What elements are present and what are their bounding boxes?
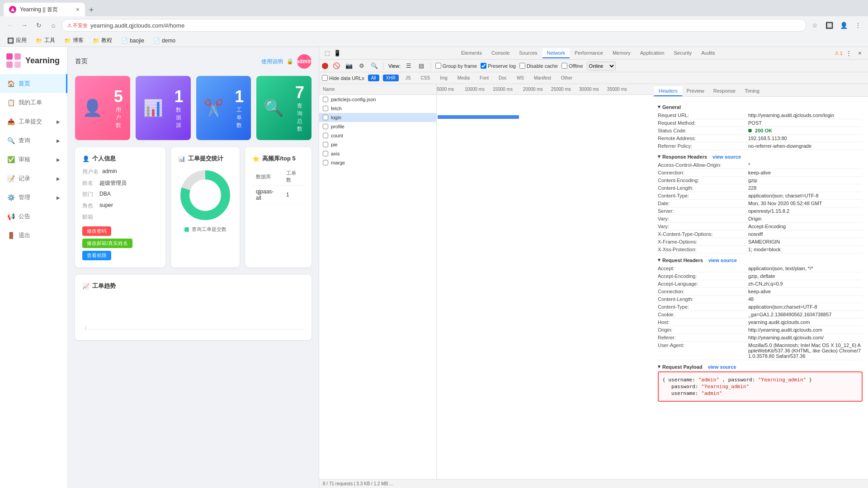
filter-manifest-button[interactable]: Manifest [531,75,554,81]
search-button[interactable]: 🔍 [370,61,379,70]
change-email-button[interactable]: 修改邮箱/真实姓名 [82,239,132,248]
details-tab-response[interactable]: Response [709,86,741,96]
refresh-button[interactable]: ↻ [33,19,45,32]
request-headers-view-source[interactable]: view source [708,258,737,263]
record-button[interactable] [322,63,328,69]
forward-button[interactable]: → [18,19,31,32]
group-by-frame-checkbox[interactable] [435,63,441,69]
disable-cache-checkbox[interactable] [519,63,525,69]
bookmark-tutorial[interactable]: 📁 教程 [89,36,116,45]
details-tab-preview[interactable]: Preview [682,86,709,96]
filter-font-button[interactable]: Font [476,75,492,81]
payload-section[interactable]: ▾ Request Payload view source [658,364,863,370]
throttle-select[interactable]: Online Offline Fast 3G Slow 3G [587,61,616,70]
tab-memory[interactable]: Memory [608,48,635,58]
group-by-frame-label[interactable]: Group by frame [435,63,477,69]
clear-button[interactable]: 🚫 [332,61,341,70]
sidebar-item-audit[interactable]: ✅ 审核 ▶ [0,150,67,169]
tab-sources[interactable]: Sources [514,48,542,58]
sidebar-item-manage[interactable]: ⚙️ 管理 ▶ [0,188,67,207]
usage-guide-link[interactable]: 使用说明 [261,58,283,66]
sidebar-item-query[interactable]: 🔍 查询 ▶ [0,131,67,150]
bookmark-tools[interactable]: 📁 工具 [32,36,59,45]
extensions-button[interactable]: 🔲 [823,19,835,32]
request-checkbox-marge[interactable] [323,160,328,165]
filter-img-button[interactable]: Img [437,75,451,81]
home-button[interactable]: ⌂ [47,19,60,32]
bookmark-blog[interactable]: 📁 博客 [61,36,87,45]
general-section-header[interactable]: ▾ General [658,104,863,110]
offline-checkbox[interactable] [561,63,567,69]
offline-label[interactable]: Offline [561,63,583,69]
details-tab-timing[interactable]: Timing [740,86,764,96]
browser-tab[interactable]: Yearning || 首页 × [4,3,85,16]
request-item-fetch[interactable]: fetch [319,104,436,113]
change-password-button[interactable]: 修改密码 [82,226,111,236]
request-checkbox-pie[interactable] [323,142,328,147]
device-toolbar-button[interactable]: 📱 [333,49,342,58]
tab-console[interactable]: Console [487,48,514,58]
hide-data-urls-label[interactable]: Hide data URLs [322,75,364,81]
hide-data-urls-checkbox[interactable] [322,75,328,81]
request-checkbox-login[interactable] [323,115,328,120]
sidebar-item-record[interactable]: 📝 记录 ▶ [0,169,67,188]
filter-all-button[interactable]: All [368,75,379,81]
tab-performance[interactable]: Performance [570,48,608,58]
response-headers-view-source[interactable]: view source [712,154,741,160]
address-bar[interactable]: ⚠ 不安全 yearning.audit.qjclouds.com/#/home [61,19,807,32]
tab-close-button[interactable]: × [76,6,80,13]
details-tab-headers[interactable]: Headers [654,86,682,96]
filter-js-button[interactable]: JS [402,75,414,81]
request-checkbox-count[interactable] [323,133,328,138]
bookmark-baojie[interactable]: 📄 baojie [118,37,148,45]
list-view-button[interactable]: ☰ [404,61,413,70]
request-headers-section[interactable]: ▾ Request Headers view source [658,257,863,263]
new-tab-button[interactable]: + [85,4,98,16]
back-button[interactable]: ← [4,19,16,32]
camera-button[interactable]: 📷 [344,61,354,70]
tab-elements[interactable]: Elements [457,48,486,58]
large-view-button[interactable]: ▤ [417,61,426,70]
devtools-close-button[interactable]: × [855,49,864,58]
sidebar-item-mywork[interactable]: 📋 我的工单 [0,93,67,112]
request-item-profile[interactable]: profile [319,122,436,131]
sidebar-item-home[interactable]: 🏠 首页 [0,74,67,93]
sidebar-item-notice[interactable]: 📢 公告 [0,207,67,226]
request-checkbox-axis[interactable] [323,151,328,156]
sidebar-item-exit[interactable]: 🚪 退出 [0,226,67,245]
bookmark-star-button[interactable]: ☆ [808,19,821,32]
filter-media-button[interactable]: Media [454,75,473,81]
view-permission-button[interactable]: 查看权限 [82,251,111,260]
inspect-element-button[interactable]: ⬚ [323,49,332,58]
devtools-more-button[interactable]: ⋮ [844,49,854,58]
request-item-login[interactable]: login [319,113,436,122]
filter-xhr-button[interactable]: XHR [383,75,399,81]
request-item-particlejs[interactable]: particlejs-config.json [319,95,436,104]
account-button[interactable]: 👤 [837,19,850,32]
tab-application[interactable]: Application [636,48,669,58]
filter-icon-button[interactable]: ⚙ [357,61,366,70]
request-item-pie[interactable]: pie [319,140,436,149]
filter-ws-button[interactable]: WS [514,75,527,81]
request-checkbox-particlejs[interactable] [323,97,328,102]
bookmark-apps[interactable]: 🔲 应用 [4,36,30,45]
tab-audits[interactable]: Audits [697,48,720,58]
preserve-log-checkbox[interactable] [481,63,486,69]
menu-button[interactable]: ⋮ [852,19,864,32]
request-checkbox-fetch[interactable] [323,106,328,111]
sidebar-item-submit[interactable]: 📤 工单提交 ▶ [0,112,67,131]
request-item-marge[interactable]: marge [319,158,436,167]
tab-network[interactable]: Network [542,48,570,58]
filter-other-button[interactable]: Other [558,75,576,81]
response-headers-section[interactable]: ▾ Response Headers view source [658,154,863,160]
request-item-axis[interactable]: axis [319,149,436,158]
filter-css-button[interactable]: CSS [418,75,434,81]
filter-doc-button[interactable]: Doc [495,75,510,81]
request-item-count[interactable]: count [319,131,436,140]
request-checkbox-profile[interactable] [323,124,328,129]
payload-view-source[interactable]: view source [708,364,736,370]
tab-security[interactable]: Security [670,48,697,58]
bookmark-demo[interactable]: 📄 demo [150,37,179,45]
preserve-log-label[interactable]: Preserve log [481,63,516,69]
disable-cache-label[interactable]: Disable cache [519,63,558,69]
